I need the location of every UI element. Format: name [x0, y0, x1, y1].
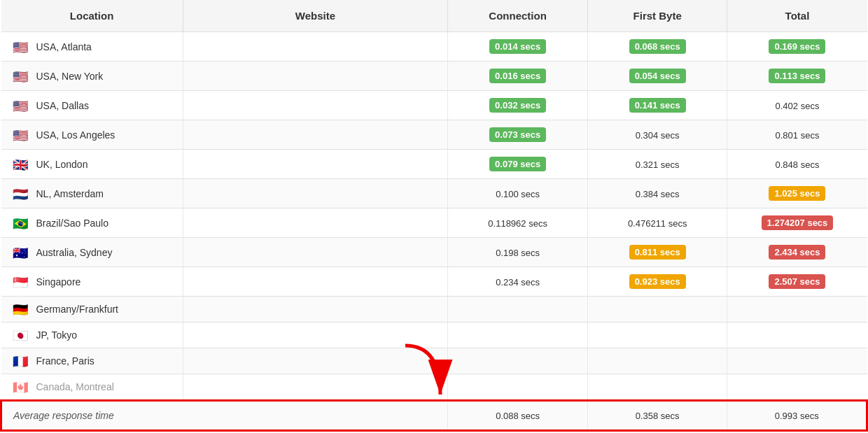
connection-cell: 0.198 secs: [448, 238, 588, 267]
flag-icon: 🇺🇸: [13, 41, 29, 52]
flag-icon: 🇩🇪: [13, 304, 29, 315]
first-byte-cell: 0.384 secs: [587, 179, 727, 208]
website-cell: [183, 91, 448, 120]
col-header-first-byte: First Byte: [587, 0, 727, 32]
flag-icon: 🇬🇧: [13, 159, 29, 170]
first-byte-cell: 0.811 secs: [587, 238, 727, 267]
total-cell: [727, 322, 867, 348]
first-byte-cell: 0.923 secs: [587, 267, 727, 297]
location-cell: 🇺🇸 USA, Dallas: [1, 91, 183, 120]
average-first-byte-cell: 0.358 secs: [587, 401, 727, 431]
first-byte-cell: 0.054 secs: [587, 62, 727, 91]
col-header-website: Website: [183, 0, 448, 32]
location-name: USA, New York: [36, 71, 104, 82]
website-cell: [183, 179, 448, 208]
connection-cell: [448, 348, 588, 374]
location-cell: 🇦🇺 Australia, Sydney: [1, 238, 183, 267]
website-cell: [183, 32, 448, 62]
connection-cell: 0.014 secs: [448, 32, 588, 62]
connection-cell: [448, 374, 588, 401]
website-cell: [183, 238, 448, 267]
location-cell: 🇩🇪 Germany/Frankfurt: [1, 297, 183, 322]
total-cell: 2.434 secs: [727, 238, 867, 267]
location-cell: 🇫🇷 France, Paris: [1, 348, 183, 374]
col-header-total: Total: [727, 0, 867, 32]
location-cell: 🇳🇱 NL, Amsterdam: [1, 179, 183, 208]
location-cell: 🇯🇵 JP, Tokyo: [1, 322, 183, 348]
first-byte-cell: 0.476211 secs: [587, 208, 727, 238]
average-total-cell: 0.993 secs: [727, 401, 867, 431]
average-label-cell: Average response time: [1, 401, 448, 431]
first-byte-cell: 0.304 secs: [587, 120, 727, 150]
total-cell: 0.848 secs: [727, 150, 867, 179]
first-byte-cell: 0.068 secs: [587, 32, 727, 62]
location-name: Singapore: [36, 276, 81, 288]
total-cell: 2.507 secs: [727, 267, 867, 297]
location-cell: 🇸🇬 Singapore: [1, 267, 183, 297]
website-cell: [183, 322, 448, 348]
connection-cell: 0.100 secs: [448, 179, 588, 208]
website-cell: [183, 208, 448, 238]
col-header-location: Location: [1, 0, 183, 32]
total-cell: 0.169 secs: [727, 32, 867, 62]
location-name: Brazil/Sao Paulo: [36, 218, 109, 229]
average-label: Average response time: [13, 410, 114, 421]
website-cell: [183, 267, 448, 297]
average-row: Average response time 0.088 secs 0.358 s…: [1, 401, 867, 431]
total-cell: 0.402 secs: [727, 91, 867, 120]
website-cell: [183, 374, 448, 401]
location-name: JP, Tokyo: [36, 329, 78, 341]
website-cell: [183, 62, 448, 91]
website-cell: [183, 297, 448, 322]
flag-icon: 🇳🇱: [13, 188, 29, 199]
total-cell: [727, 374, 867, 401]
total-cell: 0.113 secs: [727, 62, 867, 91]
website-cell: [183, 120, 448, 150]
location-cell: 🇺🇸 USA, Los Angeles: [1, 120, 183, 150]
flag-icon: 🇺🇸: [13, 71, 29, 82]
website-cell: [183, 348, 448, 374]
first-byte-cell: 0.321 secs: [587, 150, 727, 179]
flag-icon: 🇧🇷: [13, 218, 29, 229]
flag-icon: 🇯🇵: [13, 329, 29, 341]
speed-test-table: Location Website Connection First Byte T…: [0, 0, 868, 432]
first-byte-cell: [587, 348, 727, 374]
location-cell: 🇧🇷 Brazil/Sao Paulo: [1, 208, 183, 238]
connection-cell: 0.234 secs: [448, 267, 588, 297]
first-byte-cell: [587, 322, 727, 348]
connection-cell: 0.032 secs: [448, 91, 588, 120]
flag-icon: 🇺🇸: [13, 129, 29, 141]
flag-icon: 🇺🇸: [13, 100, 29, 111]
first-byte-cell: [587, 297, 727, 322]
connection-cell: 0.079 secs: [448, 150, 588, 179]
average-connection-cell: 0.088 secs: [448, 401, 588, 431]
first-byte-cell: [587, 374, 727, 401]
connection-cell: [448, 297, 588, 322]
location-cell: 🇺🇸 USA, New York: [1, 62, 183, 91]
first-byte-cell: 0.141 secs: [587, 91, 727, 120]
location-name: Germany/Frankfurt: [36, 304, 118, 315]
total-cell: [727, 297, 867, 322]
location-name: France, Paris: [36, 355, 94, 367]
location-cell: 🇨🇦 Canada, Montreal: [1, 374, 183, 401]
location-name: USA, Los Angeles: [36, 129, 115, 141]
location-cell: 🇬🇧 UK, London: [1, 150, 183, 179]
connection-cell: 0.016 secs: [448, 62, 588, 91]
location-name: UK, London: [36, 159, 88, 170]
location-name: USA, Atlanta: [36, 41, 92, 52]
flag-icon: 🇫🇷: [13, 355, 29, 367]
location-name: Australia, Sydney: [36, 247, 113, 258]
total-cell: [727, 348, 867, 374]
flag-icon: 🇦🇺: [13, 247, 29, 258]
connection-cell: 0.118962 secs: [448, 208, 588, 238]
website-cell: [183, 150, 448, 179]
total-cell: 1.025 secs: [727, 179, 867, 208]
col-header-connection: Connection: [448, 0, 588, 32]
total-cell: 0.801 secs: [727, 120, 867, 150]
connection-cell: [448, 322, 588, 348]
location-name: Canada, Montreal: [36, 381, 114, 392]
flag-icon: 🇨🇦: [13, 381, 29, 392]
location-name: USA, Dallas: [36, 100, 89, 111]
connection-cell: 0.073 secs: [448, 120, 588, 150]
flag-icon: 🇸🇬: [13, 276, 29, 288]
